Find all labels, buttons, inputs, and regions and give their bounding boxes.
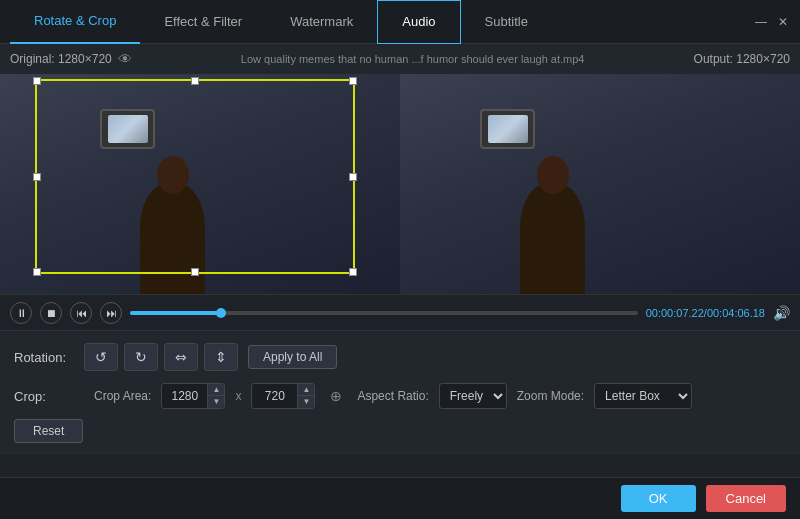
crop-handle-ml[interactable] [33, 173, 41, 181]
next-button[interactable]: ⏭ [100, 302, 122, 324]
flip-vertical-button[interactable]: ⇕ [204, 343, 238, 371]
tab-effect-filter[interactable]: Effect & Filter [140, 0, 266, 44]
close-button[interactable]: ✕ [776, 15, 790, 29]
crop-height-input[interactable] [252, 386, 297, 406]
rotation-buttons: ↺ ↻ ⇔ ⇕ [84, 343, 238, 371]
filename-label: Low quality memes that no human ...f hum… [132, 53, 694, 65]
crop-width-group: ▲ ▼ [161, 383, 225, 409]
total-time: 00:04:06.18 [707, 307, 765, 319]
crop-label: Crop: [14, 389, 84, 404]
volume-icon[interactable]: 🔊 [773, 305, 790, 321]
crop-width-down[interactable]: ▼ [208, 396, 224, 408]
rotate-left-button[interactable]: ↺ [84, 343, 118, 371]
progress-fill [130, 311, 221, 315]
crop-handle-mr[interactable] [349, 173, 357, 181]
crop-handle-bl[interactable] [33, 268, 41, 276]
center-crop-icon[interactable]: ⊕ [325, 385, 347, 407]
time-display: 00:00:07.22/00:04:06.18 [646, 307, 765, 319]
tab-rotate-crop[interactable]: Rotate & Crop [10, 0, 140, 44]
aspect-ratio-label: Aspect Ratio: [357, 389, 428, 403]
crop-width-up[interactable]: ▲ [208, 384, 224, 396]
bottom-bar: OK Cancel [0, 477, 800, 519]
output-label: Output: 1280×720 [694, 52, 790, 66]
tab-subtitle[interactable]: Subtitle [461, 0, 552, 44]
crop-handle-tr[interactable] [349, 77, 357, 85]
progress-bar[interactable] [130, 311, 638, 315]
apply-to-all-button[interactable]: Apply to All [248, 345, 337, 369]
crop-overlay[interactable] [35, 79, 355, 274]
window-controls: — ✕ [754, 15, 790, 29]
video-area [0, 74, 800, 294]
original-info: Original: 1280×720 👁 [10, 51, 132, 67]
video-preview [400, 74, 800, 294]
crop-row: Crop: Crop Area: ▲ ▼ x ▲ ▼ ⊕ Aspect Rati… [14, 383, 786, 409]
crop-handle-tc[interactable] [191, 77, 199, 85]
rotation-label: Rotation: [14, 350, 84, 365]
playback-bar: ⏸ ⏹ ⏮ ⏭ 00:00:07.22/00:04:06.18 🔊 [0, 294, 800, 330]
current-time: 00:00:07.22 [646, 307, 704, 319]
minimize-button[interactable]: — [754, 15, 768, 29]
video-right [400, 74, 800, 294]
crop-handle-br[interactable] [349, 268, 357, 276]
reset-button[interactable]: Reset [14, 419, 83, 443]
crop-width-spinners: ▲ ▼ [207, 384, 224, 408]
tab-bar: Rotate & Crop Effect & Filter Watermark … [0, 0, 800, 44]
crop-height-up[interactable]: ▲ [298, 384, 314, 396]
crop-handle-bc[interactable] [191, 268, 199, 276]
flip-h-icon: ⇔ [175, 349, 187, 365]
cancel-button[interactable]: Cancel [706, 485, 786, 512]
eye-icon[interactable]: 👁 [118, 51, 132, 67]
flip-v-icon: ⇕ [215, 349, 227, 365]
x-separator: x [235, 389, 241, 403]
rotate-right-icon: ↻ [135, 349, 147, 365]
video-left [0, 74, 400, 294]
progress-thumb[interactable] [216, 308, 226, 318]
ok-button[interactable]: OK [621, 485, 696, 512]
controls-area: Rotation: ↺ ↻ ⇔ ⇕ Apply to All Crop: Cro… [0, 330, 800, 455]
flip-horizontal-button[interactable]: ⇔ [164, 343, 198, 371]
crop-handle-tl[interactable] [33, 77, 41, 85]
tab-audio[interactable]: Audio [377, 0, 460, 44]
prev-button[interactable]: ⏮ [70, 302, 92, 324]
crop-height-spinners: ▲ ▼ [297, 384, 314, 408]
preview-content [400, 74, 800, 294]
crop-height-group: ▲ ▼ [251, 383, 315, 409]
aspect-ratio-select[interactable]: Freely 16:9 4:3 1:1 9:16 [439, 383, 507, 409]
original-label: Original: 1280×720 [10, 52, 112, 66]
tv-prop-preview [480, 109, 535, 149]
rotate-right-button[interactable]: ↻ [124, 343, 158, 371]
stop-button[interactable]: ⏹ [40, 302, 62, 324]
rotation-row: Rotation: ↺ ↻ ⇔ ⇕ Apply to All [14, 343, 786, 371]
info-bar: Original: 1280×720 👁 Low quality memes t… [0, 44, 800, 74]
crop-area-label: Crop Area: [94, 389, 151, 403]
person-silhouette-preview [520, 184, 585, 294]
crop-width-input[interactable] [162, 386, 207, 406]
zoom-mode-label: Zoom Mode: [517, 389, 584, 403]
crop-height-down[interactable]: ▼ [298, 396, 314, 408]
tab-watermark[interactable]: Watermark [266, 0, 377, 44]
play-pause-button[interactable]: ⏸ [10, 302, 32, 324]
rotate-left-icon: ↺ [95, 349, 107, 365]
zoom-mode-select[interactable]: Letter Box Pan & Scan Full [594, 383, 692, 409]
